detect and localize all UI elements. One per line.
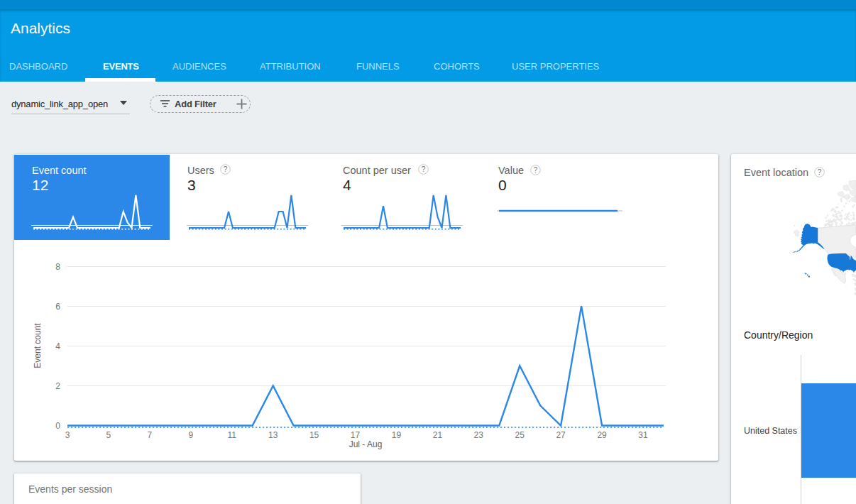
svg-text:0: 0 bbox=[55, 421, 60, 431]
svg-text:13: 13 bbox=[268, 430, 278, 440]
svg-text:17: 17 bbox=[351, 430, 361, 440]
svg-text:?: ? bbox=[818, 168, 822, 176]
svg-text:7: 7 bbox=[148, 430, 153, 440]
svg-text:?: ? bbox=[533, 166, 537, 174]
svg-text:23: 23 bbox=[474, 430, 484, 440]
svg-text:5: 5 bbox=[106, 430, 111, 440]
svg-text:29: 29 bbox=[597, 430, 607, 440]
svg-text:?: ? bbox=[223, 165, 227, 173]
svg-text:6: 6 bbox=[55, 302, 60, 312]
svg-text:Jul - Aug: Jul - Aug bbox=[349, 439, 383, 449]
svg-text:11: 11 bbox=[227, 430, 236, 440]
svg-text:4: 4 bbox=[55, 341, 60, 351]
svg-text:Event count: Event count bbox=[33, 323, 43, 368]
svg-text:19: 19 bbox=[392, 430, 402, 440]
svg-text:25: 25 bbox=[515, 430, 525, 440]
svg-text:31: 31 bbox=[638, 430, 648, 440]
svg-text:?: ? bbox=[422, 165, 426, 173]
svg-text:8: 8 bbox=[55, 262, 60, 272]
svg-text:27: 27 bbox=[556, 430, 566, 440]
svg-text:15: 15 bbox=[309, 430, 319, 440]
svg-text:21: 21 bbox=[433, 430, 443, 440]
svg-text:3: 3 bbox=[65, 430, 70, 440]
svg-text:9: 9 bbox=[188, 430, 193, 440]
svg-text:2: 2 bbox=[55, 381, 60, 391]
